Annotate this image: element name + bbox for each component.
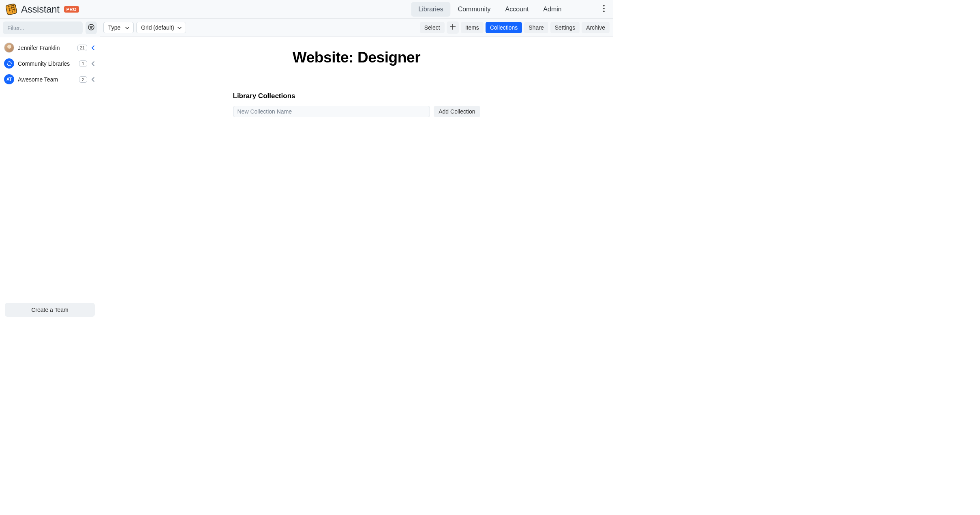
plus-icon — [449, 24, 456, 32]
count-badge: 2 — [79, 76, 87, 83]
toolbar: Type Grid (default) Select — [100, 19, 613, 37]
nav-account[interactable]: Account — [498, 2, 536, 17]
chip-items[interactable]: Items — [461, 22, 484, 33]
brand: Assistant PRO — [5, 3, 79, 16]
new-collection-row: Add Collection — [233, 106, 480, 117]
chip-share[interactable]: Share — [524, 22, 548, 33]
main: Type Grid (default) Select — [100, 19, 613, 322]
more-menu-button[interactable] — [600, 2, 608, 16]
avatar — [4, 58, 14, 69]
nav-admin[interactable]: Admin — [536, 2, 569, 17]
pro-badge: PRO — [64, 6, 79, 13]
svg-point-8 — [603, 8, 605, 9]
nav-community[interactable]: Community — [451, 2, 498, 17]
sidebar-footer: Create a Team — [0, 299, 100, 322]
count-badge: 21 — [77, 45, 87, 51]
app-logo-icon — [5, 3, 18, 16]
filter-icon — [88, 24, 95, 32]
sidebar-item-label: Community Libraries — [18, 60, 75, 67]
chevron-left-icon — [91, 77, 96, 82]
sidebar-item-label: Awesome Team — [18, 76, 75, 83]
chevron-down-icon — [125, 24, 129, 31]
new-collection-input[interactable] — [233, 106, 430, 117]
header: Assistant PRO Libraries Community Accoun… — [0, 0, 613, 19]
avatar — [4, 43, 14, 53]
svg-point-7 — [603, 5, 605, 6]
nav-libraries[interactable]: Libraries — [411, 2, 450, 17]
sidebar: Jennifer Franklin 21 Community Libraries… — [0, 19, 100, 322]
svg-point-9 — [603, 11, 605, 12]
count-badge: 1 — [79, 60, 87, 67]
content: Website: Designer Library Collections Ad… — [100, 37, 613, 322]
chip-select[interactable]: Select — [420, 22, 445, 33]
sidebar-filter-row — [0, 19, 100, 37]
section-title: Library Collections — [233, 92, 480, 100]
type-select[interactable]: Type — [103, 22, 134, 33]
chip-archive[interactable]: Archive — [582, 22, 610, 33]
sidebar-item-user[interactable]: Jennifer Franklin 21 — [0, 40, 100, 56]
chevron-left-icon — [91, 61, 96, 66]
brand-name: Assistant — [21, 4, 60, 15]
toolbar-right: Select Items Collections Share Settings … — [420, 21, 610, 34]
sidebar-item-community[interactable]: Community Libraries 1 — [0, 56, 100, 71]
view-select[interactable]: Grid (default) — [136, 22, 186, 33]
add-button[interactable] — [447, 21, 459, 34]
page-title: Website: Designer — [100, 49, 613, 66]
chip-settings[interactable]: Settings — [550, 22, 580, 33]
filter-options-button[interactable] — [86, 21, 97, 34]
view-select-label: Grid (default) — [141, 24, 174, 31]
chip-collections[interactable]: Collections — [486, 22, 522, 33]
svg-rect-0 — [6, 3, 17, 15]
type-select-label: Type — [108, 24, 120, 31]
sidebar-list: Jennifer Franklin 21 Community Libraries… — [0, 37, 100, 299]
chevron-down-icon — [178, 24, 182, 31]
chevron-left-icon — [91, 45, 96, 50]
main-nav: Libraries Community Account Admin — [411, 2, 569, 17]
create-team-button[interactable]: Create a Team — [5, 303, 95, 317]
avatar: AT — [4, 74, 14, 84]
filter-input[interactable] — [3, 21, 83, 34]
add-collection-button[interactable]: Add Collection — [434, 106, 480, 117]
sidebar-item-team[interactable]: AT Awesome Team 2 — [0, 71, 100, 87]
more-vertical-icon — [603, 5, 605, 14]
sidebar-item-label: Jennifer Franklin — [18, 45, 74, 51]
collections-section: Library Collections Add Collection — [233, 92, 480, 117]
